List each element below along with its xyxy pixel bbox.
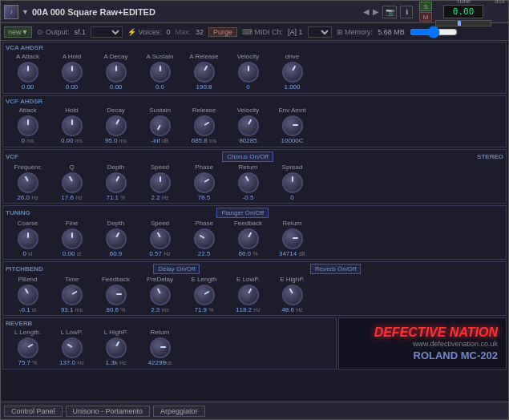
voices-value: 0 bbox=[167, 28, 171, 36]
new-button[interactable]: new▼ bbox=[4, 26, 32, 38]
vca-decay-knob[interactable] bbox=[106, 62, 127, 83]
vca-velocity-knob[interactable] bbox=[238, 62, 259, 83]
chorus-freq-group: Frequenc 26.0 Hz bbox=[6, 164, 50, 201]
vca-attack-knob[interactable] bbox=[18, 62, 38, 83]
pb-ehighp-knob[interactable] bbox=[282, 285, 303, 305]
chorus-spread-knob[interactable] bbox=[282, 172, 303, 193]
reverb-toggle[interactable]: Reverb On/Off bbox=[310, 264, 361, 274]
pb-elength-group: E Length 71.9 % bbox=[182, 276, 226, 313]
pb-elength-knob[interactable] bbox=[194, 285, 215, 305]
delay-toggle[interactable]: Delay On/Off bbox=[153, 264, 200, 274]
unisono-button[interactable]: Unisono - Portamento bbox=[66, 406, 151, 417]
chorus-depth-knob[interactable] bbox=[106, 172, 127, 193]
vcf-velocity-knob[interactable] bbox=[238, 115, 259, 136]
vcf-stereo-section: VCF Chorus On/Off STEREO Frequenc 26.0 H… bbox=[2, 149, 507, 204]
pitchbend-knobs-row: PBend -0.1 st Time 93.1 ms Feedback 80.6… bbox=[6, 276, 503, 313]
m-button[interactable]: M bbox=[419, 12, 432, 22]
chorus-freq-knob[interactable] bbox=[18, 172, 38, 193]
midi-ch-value: [A] 1 bbox=[288, 28, 303, 36]
reverb-knobs-row: L Length. 75.7 % L LowP. 137.0 Hz L High… bbox=[6, 329, 333, 366]
main-window: ♪ ▼ 00A 000 Square Raw+EDITED ◀ ▶ 📷 ℹ S … bbox=[0, 0, 509, 420]
pb-time-group: Time 93.1 ms bbox=[50, 276, 94, 313]
vcf-hold-knob[interactable] bbox=[62, 115, 83, 136]
reverb-return-group: Return 42299us bbox=[138, 329, 182, 366]
tuning-return-group: Return 34714 dB bbox=[270, 220, 314, 257]
pb-ehighp-group: E HighP. 48.6 Hz bbox=[270, 276, 314, 313]
reverb-lhighp-knob[interactable] bbox=[106, 337, 127, 358]
tuning-section: TUNING Flanger On/Off Coarse 0 st Fine 0… bbox=[2, 205, 507, 260]
control-panel-button[interactable]: Control Panel bbox=[4, 406, 63, 417]
vca-sustain-knob[interactable] bbox=[150, 62, 171, 83]
dropdown-icon[interactable]: ▼ bbox=[22, 8, 29, 16]
pb-elowp-knob[interactable] bbox=[238, 285, 259, 305]
midi-ch-select[interactable] bbox=[308, 26, 332, 38]
s-button[interactable]: S bbox=[419, 2, 432, 11]
tune-slider[interactable] bbox=[435, 20, 491, 26]
vcf-attack-knob[interactable] bbox=[18, 115, 38, 136]
pb-pbend-knob[interactable] bbox=[18, 285, 38, 305]
reverb-return-knob[interactable] bbox=[150, 337, 171, 358]
pb-feedback-knob[interactable] bbox=[106, 285, 127, 305]
tuning-coarse-knob[interactable] bbox=[18, 228, 38, 249]
vcf-velocity-group: Velocity 80285 bbox=[226, 107, 270, 144]
tune-display: 0.00 bbox=[443, 5, 483, 18]
reverb-llength-knob[interactable] bbox=[18, 337, 38, 358]
vca-drive-group: drive 1.000 bbox=[270, 53, 314, 91]
aux-label: aux bbox=[495, 0, 505, 5]
reverb-section: REVERB L Length. 75.7 % L LowP. 137.0 Hz… bbox=[2, 317, 337, 370]
tuning-feedback-knob[interactable] bbox=[238, 228, 259, 249]
stereo-label: STEREO bbox=[477, 153, 503, 160]
vcf-release-knob[interactable] bbox=[194, 115, 215, 136]
vca-release-knob[interactable] bbox=[194, 62, 215, 83]
brand-model: ROLAND MC-202 bbox=[414, 349, 498, 361]
vcf-ahdsr-section: VCF AHDSR Attack 0 ms Hold 0.00 ms Decay… bbox=[2, 95, 507, 147]
tuning-knobs-row: Coarse 0 st Fine 0.00 st Depth 60.9 Spee… bbox=[6, 220, 503, 257]
tuning-phase-knob[interactable] bbox=[194, 228, 215, 249]
vcf-envamnt-group: Env Amnt 10000C bbox=[270, 107, 314, 144]
purge-button[interactable]: Purge bbox=[208, 27, 237, 37]
pb-time-knob[interactable] bbox=[62, 285, 83, 305]
memory-slider[interactable] bbox=[410, 29, 458, 35]
pb-predelay-knob[interactable] bbox=[150, 285, 171, 305]
output-select[interactable] bbox=[91, 26, 123, 38]
chorus-q-knob[interactable] bbox=[62, 172, 83, 193]
memory-value: 5.68 MB bbox=[378, 28, 405, 36]
tuning-coarse-group: Coarse 0 st bbox=[6, 220, 50, 257]
vcf-sustain-knob[interactable] bbox=[150, 115, 171, 136]
arpeggiator-button[interactable]: Arpeggiator bbox=[153, 406, 205, 417]
brand-url: www.defectivenation.co.uk bbox=[413, 340, 498, 348]
vcf-decay-group: Decay 95.0 ms bbox=[94, 107, 138, 144]
output-value: sf.1 bbox=[74, 28, 86, 36]
camera-button[interactable]: 📷 bbox=[382, 6, 397, 18]
vcf-decay-knob[interactable] bbox=[106, 115, 127, 136]
vca-drive-knob[interactable] bbox=[282, 62, 303, 83]
vcf-hold-group: Hold 0.00 ms bbox=[50, 107, 94, 144]
vca-knobs-row: A Attack 0.00 A Hold 0.00 A Decay 0.00 A… bbox=[6, 53, 503, 91]
chorus-phase-knob[interactable] bbox=[194, 172, 215, 193]
flanger-toggle[interactable]: Flanger On/Off bbox=[216, 208, 269, 218]
chorus-toggle[interactable]: Chorus On/Off bbox=[222, 151, 273, 162]
tuning-fine-knob[interactable] bbox=[62, 228, 83, 249]
vca-hold-knob[interactable] bbox=[62, 62, 83, 83]
reverb-lhighp-group: L HighP. 1.3k Hz bbox=[94, 329, 138, 366]
bottom-bar: Control Panel Unisono - Portamento Arpeg… bbox=[1, 402, 508, 419]
info-button[interactable]: ℹ bbox=[400, 6, 413, 18]
reverb-brand-row: REVERB L Length. 75.7 % L LowP. 137.0 Hz… bbox=[2, 317, 507, 370]
vca-attack-group: A Attack 0.00 bbox=[6, 53, 50, 91]
chorus-return-knob[interactable] bbox=[238, 172, 259, 193]
tuning-speed-knob[interactable] bbox=[150, 228, 171, 249]
reverb-llength-group: L Length. 75.7 % bbox=[6, 329, 50, 366]
nav-prev-icon[interactable]: ◀ bbox=[363, 7, 370, 16]
tuning-return-knob[interactable] bbox=[282, 228, 303, 249]
tuning-depth-knob[interactable] bbox=[106, 228, 127, 249]
chorus-speed-knob[interactable] bbox=[150, 172, 171, 193]
tuning-title: TUNING bbox=[6, 209, 30, 216]
tuning-feedback-group: Feedback 66.0 % bbox=[226, 220, 270, 257]
output-label: ⊙ Output: bbox=[37, 28, 69, 36]
reverb-llowp-knob[interactable] bbox=[62, 337, 83, 358]
chorus-knobs-row: Frequenc 26.0 Hz Q 17.6 Hz Depth 71.1 % … bbox=[6, 164, 503, 201]
nav-next-icon[interactable]: ▶ bbox=[373, 7, 379, 16]
vcf-release-group: Release 685.8 ms bbox=[182, 107, 226, 144]
max-value: 32 bbox=[196, 28, 204, 36]
vcf-envamnt-knob[interactable] bbox=[282, 115, 303, 136]
